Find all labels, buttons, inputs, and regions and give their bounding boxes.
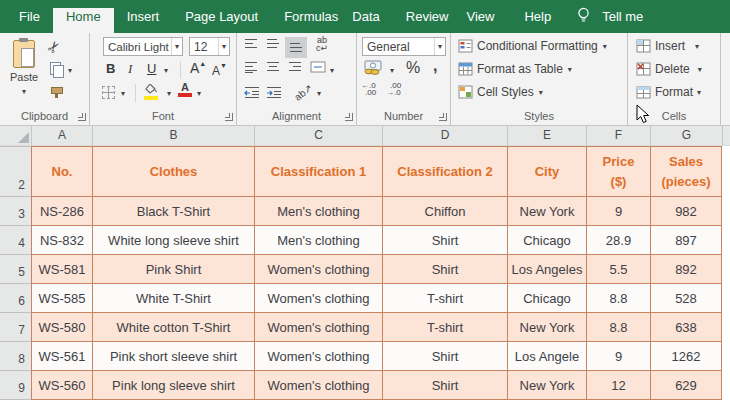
middle-align-button[interactable] — [266, 38, 280, 50]
font-size-combo[interactable]: 12▾ — [189, 37, 230, 56]
cell-r7c6[interactable]: 8.8 — [586, 312, 650, 341]
delete-cells-button[interactable]: Delete ▾ — [636, 62, 702, 76]
cell-r5c7[interactable]: 892 — [650, 254, 722, 283]
font-dialog-launcher[interactable] — [225, 113, 233, 121]
cell-r3c5[interactable]: New York — [507, 196, 586, 225]
cell-r7c5[interactable]: New York — [507, 312, 586, 341]
bottom-align-button[interactable] — [285, 37, 307, 58]
align-left-button[interactable] — [244, 61, 258, 73]
tab-insert[interactable]: Insert — [114, 0, 173, 33]
cell-r5c3[interactable]: Women's clothing — [254, 254, 382, 283]
align-right-button[interactable] — [288, 61, 302, 73]
font-name-dropdown-arrow[interactable]: ▾ — [171, 38, 182, 55]
cell-styles-button[interactable]: Cell Styles ▾ — [458, 85, 543, 99]
cell-r8c4[interactable]: Shirt — [382, 341, 507, 370]
conditional-formatting-button[interactable]: Conditional Formatting ▾ — [458, 39, 607, 53]
cell-r8c3[interactable]: Women's clothing — [254, 341, 382, 370]
row-header-4[interactable]: 4 — [0, 225, 31, 254]
cell-r4c4[interactable]: Shirt — [382, 225, 507, 254]
cell-r4c6[interactable]: 28.9 — [586, 225, 650, 254]
cell-r3c4[interactable]: Chiffon — [382, 196, 507, 225]
cell-r4c5[interactable]: Chicago — [507, 225, 586, 254]
fill-color-button[interactable] — [144, 84, 158, 100]
cell-r9c2[interactable]: Pink long sleeve shirt — [92, 370, 254, 399]
accounting-dropdown-arrow[interactable]: ▾ — [390, 66, 394, 75]
cell-r6c5[interactable]: Chicago — [507, 283, 586, 312]
row-header-9[interactable]: 9 — [0, 370, 31, 399]
merge-center-button[interactable] — [310, 61, 326, 73]
column-header-a[interactable]: A — [31, 126, 92, 146]
number-format-dropdown-arrow[interactable]: ▾ — [434, 38, 445, 55]
cell-r6c3[interactable]: Women's clothing — [254, 283, 382, 312]
cell-r4c3[interactable]: Men's clothing — [254, 225, 382, 254]
decrease-indent-button[interactable] — [244, 86, 260, 98]
table-header-6[interactable]: Price ($) — [586, 146, 650, 196]
increase-font-button[interactable]: A▲ — [190, 60, 206, 76]
row-header-8[interactable]: 8 — [0, 341, 31, 370]
tell-me[interactable]: Tell me — [577, 0, 643, 33]
cell-r9c3[interactable]: Women's clothing — [254, 370, 382, 399]
tab-review[interactable]: Review — [397, 0, 458, 33]
increase-decimal-button[interactable]: ←.0.00 — [361, 82, 376, 96]
tab-help[interactable]: Help — [515, 0, 560, 33]
cell-r9c6[interactable]: 12 — [586, 370, 650, 399]
cell-r8c5[interactable]: Los Angele — [507, 341, 586, 370]
cell-r9c5[interactable]: New York — [507, 370, 586, 399]
clipboard-dialog-launcher[interactable] — [78, 113, 86, 121]
row-header-3[interactable]: 3 — [0, 196, 31, 225]
fill-color-dropdown-arrow[interactable]: ▾ — [167, 89, 171, 98]
cell-r3c6[interactable]: 9 — [586, 196, 650, 225]
orientation-dropdown-arrow[interactable]: ▾ — [317, 89, 321, 98]
top-align-button[interactable] — [244, 38, 258, 50]
column-header-f[interactable]: F — [586, 126, 650, 146]
cell-r6c2[interactable]: White T-Shirt — [92, 283, 254, 312]
cell-r4c7[interactable]: 897 — [650, 225, 722, 254]
tab-home[interactable]: Home — [53, 0, 114, 33]
column-header-b[interactable]: B — [92, 126, 254, 146]
increase-indent-button[interactable] — [266, 86, 282, 98]
row-header-2[interactable]: 2 — [0, 146, 31, 196]
format-as-table-button[interactable]: Format as Table ▾ — [458, 62, 572, 76]
column-header-g[interactable]: G — [650, 126, 722, 146]
copy-dropdown-arrow[interactable]: ▾ — [68, 66, 72, 75]
cell-r7c4[interactable]: T-shirt — [382, 312, 507, 341]
copy-button[interactable] — [50, 62, 62, 76]
cell-r4c1[interactable]: NS-832 — [31, 225, 92, 254]
cell-r6c7[interactable]: 528 — [650, 283, 722, 312]
cell-r8c6[interactable]: 9 — [586, 341, 650, 370]
cell-r5c5[interactable]: Los Angeles — [507, 254, 586, 283]
cell-r7c2[interactable]: White cotton T-Shirt — [92, 312, 254, 341]
font-name-combo[interactable]: Calibri Light▾ — [103, 37, 183, 56]
borders-button[interactable] — [102, 86, 115, 99]
tab-data[interactable]: Data — [343, 0, 388, 33]
tab-page-layout[interactable]: Page Layout — [172, 0, 271, 33]
font-color-dropdown-arrow[interactable]: ▾ — [197, 89, 201, 98]
cell-r3c1[interactable]: NS-286 — [31, 196, 92, 225]
cell-r6c6[interactable]: 8.8 — [586, 283, 650, 312]
cell-r8c7[interactable]: 1262 — [650, 341, 722, 370]
cell-r5c1[interactable]: WS-581 — [31, 254, 92, 283]
font-color-button[interactable]: A — [178, 83, 192, 97]
cell-r4c2[interactable]: White long sleeve shirt — [92, 225, 254, 254]
underline-dropdown-arrow[interactable]: ▾ — [164, 66, 168, 75]
tab-file[interactable]: File — [6, 0, 53, 33]
column-header-e[interactable]: E — [507, 126, 586, 146]
table-header-5[interactable]: City — [507, 146, 586, 196]
format-cells-button[interactable]: Format ▾ — [636, 85, 701, 99]
decrease-font-button[interactable]: A▼ — [212, 62, 227, 78]
cell-r8c2[interactable]: Pink short sleeve shirt — [92, 341, 254, 370]
column-header-c[interactable]: C — [254, 126, 382, 146]
row-header-7[interactable]: 7 — [0, 312, 31, 341]
row-header-5[interactable]: 5 — [0, 254, 31, 283]
cell-r3c7[interactable]: 982 — [650, 196, 722, 225]
select-all-corner[interactable] — [0, 126, 31, 146]
wrap-text-button[interactable]: abc↵ — [313, 35, 331, 53]
percent-style-button[interactable]: % — [406, 59, 420, 77]
cell-r6c1[interactable]: WS-585 — [31, 283, 92, 312]
decrease-decimal-button[interactable]: .00→.0 — [386, 82, 401, 96]
tab-view[interactable]: View — [457, 0, 503, 33]
cell-r3c3[interactable]: Men's clothing — [254, 196, 382, 225]
insert-cells-button[interactable]: Insert ▾ — [636, 39, 699, 53]
borders-dropdown-arrow[interactable]: ▾ — [121, 89, 125, 98]
table-header-7[interactable]: Sales (pieces) — [650, 146, 722, 196]
